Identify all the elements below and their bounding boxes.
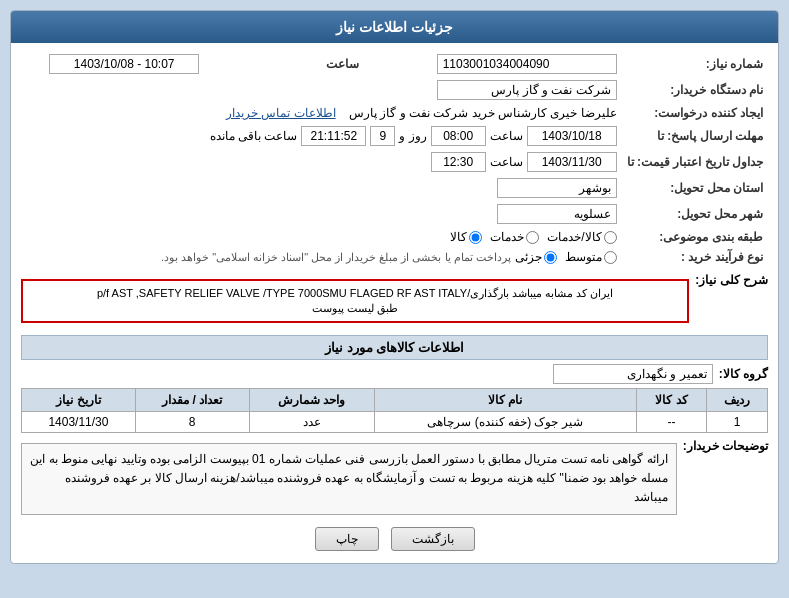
label-ijadKonande: ایجاد کننده درخواست: <box>622 103 768 123</box>
radio-kala[interactable]: کالا <box>450 230 482 244</box>
kala-table: ردیف کد کالا نام کالا واحد شمارش تعداد /… <box>21 388 768 433</box>
label-sharhKoli: شرح کلی نیاز: <box>695 273 768 287</box>
value-ostan: بوشهر <box>404 175 621 201</box>
sharhKoli-box: p/f AST ,SAFETY RELIEF VALVE /TYPE 7000S… <box>21 279 689 323</box>
kalaInfo-title: اطلاعات کالاهای مورد نیاز <box>21 335 768 360</box>
row-noeFarayand: نوع فرآیند خرید : متوسط جزئی <box>21 247 768 267</box>
row-shahr: شهر محل تحویل: عسلویه <box>21 201 768 227</box>
label-noeFarayand: نوع فرآیند خرید : <box>622 247 768 267</box>
label-jadval: جداول تاریخ اعتبار قیمت: تا <box>622 149 768 175</box>
sharhKoli-line1: p/f AST ,SAFETY RELIEF VALVE /TYPE 7000S… <box>31 287 679 300</box>
label-saat: ساعت <box>490 129 523 143</box>
sharhKoli-section: شرح کلی نیاز: p/f AST ,SAFETY RELIEF VAL… <box>21 273 768 329</box>
label-groheKala: گروه کالا: <box>719 367 768 381</box>
th-tarikh: تاریخ نیاز <box>22 389 136 412</box>
label-shahr: شهر محل تحویل: <box>622 201 768 227</box>
value-mohlat: 1403/10/18 ساعت 08:00 روز و 9 21:11:52 س… <box>21 123 622 149</box>
groheKala-row: گروه کالا: تعمیر و نگهداری <box>21 364 768 384</box>
row-namDastgah: نام دستگاه خریدار: شرکت نفت و گاز پارس <box>21 77 768 103</box>
radio-jazei[interactable]: جزئی <box>515 250 557 264</box>
field-shahr: عسلویه <box>497 204 617 224</box>
link-ijtamasTemas[interactable]: اطلاعات تماس خریدار <box>226 106 336 120</box>
field-shomareNiaz: 1103001034004090 <box>437 54 617 74</box>
label-motawaset: متوسط <box>565 250 602 264</box>
field-jadval-saat: 12:30 <box>431 152 486 172</box>
page-header: جزئیات اطلاعات نیاز <box>11 11 778 43</box>
th-tedad: تعداد / مقدار <box>135 389 249 412</box>
page-title: جزئیات اطلاعات نیاز <box>336 19 453 35</box>
row-jadval: جداول تاریخ اعتبار قیمت: تا 1403/11/30 س… <box>21 149 768 175</box>
tafsilat-section: توضیحات خریدار: ارائه گواهی نامه تست متر… <box>21 439 768 519</box>
th-namKala: نام کالا <box>374 389 636 412</box>
field-tarikh: 1403/10/08 - 10:07 <box>49 54 199 74</box>
label-ostan: استان محل تحویل: <box>622 175 768 201</box>
field-mohlat-rooz: 9 <box>370 126 395 146</box>
value-namDastgah: شرکت نفت و گاز پارس <box>404 77 621 103</box>
value-tarikh: 1403/10/08 - 10:07 <box>21 51 204 77</box>
bazgasht-button[interactable]: بازگشت <box>391 527 475 551</box>
value-jadval: 1403/11/30 ساعت 12:30 <box>21 149 622 175</box>
label-mohlat: مهلت ارسال پاسخ: تا <box>622 123 768 149</box>
tafsilat-text: ارائه گواهی نامه تست متریال مطابق با دست… <box>21 443 677 515</box>
label-shomareNiaz: شماره نیاز: <box>622 51 768 77</box>
cell-vahed: عدد <box>249 412 374 433</box>
cell-tedad: 8 <box>135 412 249 433</box>
field-namDastgah: شرکت نفت و گاز پارس <box>437 80 617 100</box>
label-jadval-saat: ساعت <box>490 155 523 169</box>
label-kala-khadamat: کالا/خدمات <box>547 230 601 244</box>
cell-namKala: شیر جوک (خفه کننده) سرچاهی <box>374 412 636 433</box>
field-jadval-date: 1403/11/30 <box>527 152 617 172</box>
field-ostan: بوشهر <box>497 178 617 198</box>
label-kala: کالا <box>450 230 467 244</box>
button-row: بازگشت چاپ <box>21 519 768 555</box>
noeFarayand-note: پرداخت تمام یا بخشی از مبلغ خریدار از مح… <box>161 251 511 264</box>
label-namDastgah: نام دستگاه خریدار: <box>622 77 768 103</box>
value-shahr: عسلویه <box>404 201 621 227</box>
sharhKoli-line2: طبق لیست پیوست <box>31 302 679 315</box>
radio-khadamat[interactable]: خدمات <box>490 230 539 244</box>
field-mohlat-baqi: 21:11:52 <box>301 126 366 146</box>
label-tabaqe: طبقه بندی موضوعی: <box>622 227 768 247</box>
label-tarikh: ساعت <box>204 51 364 77</box>
content-area: شماره نیاز: 1103001034004090 ساعت 1403/1… <box>11 43 778 563</box>
label-rooz: روز و <box>399 129 426 143</box>
row-ijadKonande: ایجاد کننده درخواست: علیرضا خیری کارشناس… <box>21 103 768 123</box>
cell-radif: 1 <box>707 412 768 433</box>
label-jazei: جزئی <box>515 250 542 264</box>
field-mohlat-date: 1403/10/18 <box>527 126 617 146</box>
field-groheKala: تعمیر و نگهداری <box>553 364 713 384</box>
radio-kala-khadamat[interactable]: کالا/خدمات <box>547 230 616 244</box>
th-vahed: واحد شمارش <box>249 389 374 412</box>
label-tafsilat: توضیحات خریدار: <box>683 439 768 453</box>
main-container: جزئیات اطلاعات نیاز شماره نیاز: 11030010… <box>10 10 779 564</box>
cell-tarikh: 1403/11/30 <box>22 412 136 433</box>
row-tabaqe: طبقه بندی موضوعی: کالا/خدمات خدمات <box>21 227 768 247</box>
table-row: 1--شیر جوک (خفه کننده) سرچاهیعدد81403/11… <box>22 412 768 433</box>
value-tabaqe: کالا/خدمات خدمات کالا <box>21 227 622 247</box>
th-kodKala: کد کالا <box>636 389 707 412</box>
label-khadamat: خدمات <box>490 230 524 244</box>
cell-kodKala: -- <box>636 412 707 433</box>
th-radif: ردیف <box>707 389 768 412</box>
label-baqi: ساعت باقی مانده <box>210 129 298 143</box>
row-shomareNiaz: شماره نیاز: 1103001034004090 ساعت 1403/1… <box>21 51 768 77</box>
value-ijadKonande: علیرضا خیری کارشناس خرید شرکت نفت و گاز … <box>21 103 622 123</box>
radio-motawaset[interactable]: متوسط <box>565 250 617 264</box>
row-mohlat: مهلت ارسال پاسخ: تا 1403/10/18 ساعت 08:0… <box>21 123 768 149</box>
table-header-row: ردیف کد کالا نام کالا واحد شمارش تعداد /… <box>22 389 768 412</box>
row-ostan: استان محل تحویل: بوشهر <box>21 175 768 201</box>
chap-button[interactable]: چاپ <box>315 527 379 551</box>
field-mohlat-saat: 08:00 <box>431 126 486 146</box>
value-noeFarayand: متوسط جزئی پرداخت تمام یا بخشی از مبلغ خ… <box>21 247 622 267</box>
value-shomareNiaz: 1103001034004090 <box>404 51 621 77</box>
ijadKonande-text: علیرضا خیری کارشناس خرید شرکت نفت و گاز … <box>349 106 617 120</box>
info-table: شماره نیاز: 1103001034004090 ساعت 1403/1… <box>21 51 768 267</box>
